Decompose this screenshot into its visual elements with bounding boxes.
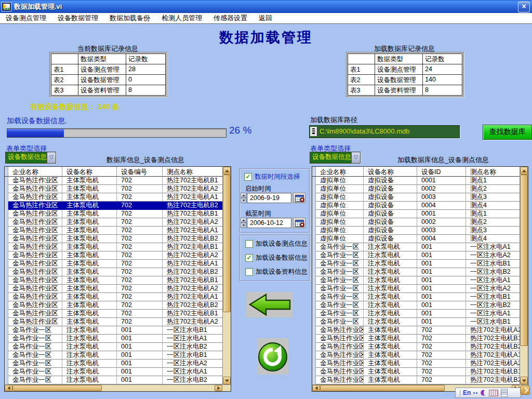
refresh-button[interactable] (257, 338, 288, 375)
table-row[interactable]: 虚拟单位虚拟设备0003测点3 (312, 193, 528, 202)
load-docs-checkbox[interactable]: ✓ (245, 268, 253, 276)
scroll-left-button[interactable] (5, 385, 12, 391)
start-date-picker-button[interactable] (293, 193, 305, 203)
table-row[interactable]: 金马热注作业区主体泵电机702热注702主电机B1 (5, 276, 231, 285)
table-row[interactable]: 虚拟单位虚拟设备0002测点2 (312, 218, 528, 227)
table-row[interactable]: 金马热注作业区主体泵电机702热注702主电机A2 (5, 251, 231, 260)
menu-item-2[interactable]: 数据加载备份 (104, 13, 156, 23)
table-row[interactable]: 金马热注作业区主体泵电机702热注702主电机B1 (312, 335, 528, 343)
column-header[interactable]: 测点名称 (466, 167, 520, 176)
scroll-up-button[interactable] (223, 167, 231, 175)
table-row[interactable]: 虚拟单位虚拟设备0001测点1 (312, 177, 528, 185)
menu-item-1[interactable]: 设备数据管理 (52, 13, 104, 23)
table-row[interactable]: 金马作业一区注水泵电机001一区注水电B2 (312, 268, 528, 276)
table-row[interactable]: 金马热注作业区主体泵电机702热注702主电机B2 (5, 301, 231, 310)
table-row[interactable]: 金马热注作业区主体泵电机702热注702主电机B1 (312, 368, 528, 376)
time-range-checkbox[interactable]: ✓ (244, 173, 252, 181)
scroll-thumb[interactable] (320, 385, 445, 391)
table-row[interactable]: 金马作业一区注水泵电机001一区注水电B2 (5, 376, 231, 384)
column-header[interactable]: 设备ID (417, 167, 466, 176)
table-row[interactable]: 金马热注作业区主体泵电机702热注702主电机A2 (312, 360, 528, 368)
table-row[interactable]: 虚拟单位虚拟设备0004测点4 (312, 202, 528, 210)
column-header[interactable]: 设备编号 (117, 167, 163, 176)
table-row[interactable]: 金马作业一区注水泵电机001一区注水电A1 (5, 368, 231, 376)
scroll-thumb[interactable] (12, 385, 102, 391)
table-row[interactable]: 金马作业一区注水泵电机001一区注水电A2 (5, 360, 231, 368)
table-row[interactable]: 金马作业一区注水泵电机001一区注水电B1 (312, 260, 528, 268)
menu-list-icon[interactable] (501, 389, 508, 397)
table-row[interactable]: 金马热注作业区主体泵电机702热注702主电机A2 (5, 285, 231, 293)
table-row[interactable]: 金马作业一区注水泵电机001一区注水电A1 (312, 276, 528, 285)
end-date-picker-button[interactable] (293, 218, 305, 228)
table-row[interactable]: 金马热注作业区主体泵电机702热注702主电机B1 (5, 310, 231, 318)
column-header[interactable]: 企业名称 (8, 167, 62, 176)
langbar-expand-button[interactable] (520, 385, 530, 395)
table-row[interactable]: 虚拟单位虚拟设备0003测点3 (312, 227, 528, 235)
right-form-type-dropdown[interactable]: 设备数据信息 ▽ (310, 152, 361, 164)
scroll-down-button[interactable] (223, 377, 231, 384)
menu-item-4[interactable]: 传感器设置 (208, 13, 253, 23)
table-row[interactable]: 金马热注作业区主体泵电机702热注702主电机B1 (5, 210, 231, 218)
column-header[interactable]: 设备名称 (62, 167, 117, 176)
close-button[interactable]: × (518, 2, 530, 12)
table-row[interactable]: 金马作业一区注水泵电机001一区注水电B1 (5, 351, 231, 360)
table-row[interactable]: 金马热注作业区主体泵电机702热注702主电机A2 (5, 318, 231, 326)
scroll-thumb[interactable] (520, 175, 528, 346)
menu-item-3[interactable]: 检测人员管理 (156, 13, 208, 23)
table-row[interactable]: 金马热注作业区主体泵电机702热注702主电机A1 (5, 260, 231, 268)
table-row[interactable]: 金马热注作业区主体泵电机702热注702主电机A1 (5, 193, 231, 202)
left-form-type-dropdown[interactable]: 设备数据信息 ▽ (5, 152, 56, 164)
table-row[interactable]: 金马热注作业区主体泵电机702热注702主电机A2 (312, 326, 528, 335)
options-dots-icon[interactable] (473, 392, 477, 394)
path-browse-icon[interactable] (310, 127, 317, 136)
table-row[interactable]: 金马热注作业区主体泵电机702热注702主电机B2 (5, 268, 231, 276)
menu-item-5[interactable]: 返回 (253, 13, 278, 23)
scroll-left-button[interactable] (312, 385, 320, 391)
table-row[interactable]: 虚拟单位虚拟设备0004测点4 (312, 235, 528, 243)
table-row[interactable]: 金马热注作业区主体泵电机702热注702主电机A2 (5, 218, 231, 227)
end-time-field[interactable] (247, 218, 291, 228)
drag-grip-icon[interactable] (458, 390, 460, 396)
table-row[interactable]: 金马作业一区注水泵电机001一区注水电B2 (312, 301, 528, 310)
column-header[interactable]: 设备名称 (364, 167, 417, 176)
scroll-thumb[interactable] (223, 175, 231, 312)
table-row[interactable]: 金马作业一区注水泵电机001一区注水电A1 (312, 243, 528, 251)
start-time-field[interactable] (247, 193, 291, 203)
language-bar[interactable]: En (455, 388, 521, 398)
left-dropdown-arrow-icon[interactable]: ▽ (47, 152, 56, 163)
end-time-stepper[interactable] (241, 218, 246, 228)
start-time-stepper[interactable] (241, 193, 246, 203)
table-row[interactable]: 金马作业一区注水泵电机001一区注水电A2 (312, 285, 528, 293)
table-row[interactable]: 金马作业一区注水泵电机001一区注水电B1 (312, 318, 528, 326)
table-row[interactable]: 金马作业一区注水泵电机001一区注水电B1 (5, 326, 231, 335)
table-row[interactable]: 金马热注作业区主体泵电机702热注702主电机A1 (312, 351, 528, 360)
load-data-checkbox-row[interactable]: ✓ 加载设备数据信息 (245, 254, 308, 262)
vertical-scrollbar[interactable] (520, 167, 528, 384)
time-range-checkbox-row[interactable]: ✓ 数据时间段选择 (244, 172, 300, 181)
scroll-up-button[interactable] (520, 167, 528, 175)
scroll-down-button[interactable] (520, 377, 528, 384)
table-row[interactable]: 金马作业一区注水泵电机001一区注水电A1 (312, 310, 528, 318)
horizontal-scrollbar[interactable] (5, 384, 231, 391)
load-left-arrow-button[interactable] (246, 292, 293, 317)
table-row[interactable]: 金马热注作业区主体泵电机702热注702主电机A1 (5, 227, 231, 235)
table-row[interactable]: 金马热注作业区主体泵电机702热注702主电机B2 (312, 376, 528, 384)
vertical-scrollbar[interactable] (222, 167, 231, 384)
db-path-field[interactable]: C:\lm8900\data3\LC8000.mdb (309, 125, 460, 138)
language-indicator[interactable]: En (463, 389, 471, 396)
table-row[interactable]: 金马热注作业区主体泵电机702热注702主电机A2 (5, 185, 231, 193)
table-row[interactable]: 金马作业一区注水泵电机001一区注水电A2 (312, 251, 528, 260)
load-points-checkbox-row[interactable]: ✓ 加载设备测点信息 (245, 240, 308, 248)
column-header[interactable]: 测点名称 (163, 167, 223, 176)
menu-item-0[interactable]: 设备测点管理 (0, 13, 52, 23)
table-row[interactable]: 金马热注作业区主体泵电机702热注702主电机B2 (5, 235, 231, 243)
table-row[interactable]: 金马作业一区注水泵电机001一区注水电B2 (5, 343, 231, 351)
load-points-checkbox[interactable]: ✓ (245, 240, 253, 248)
scroll-right-button[interactable] (215, 385, 222, 391)
table-row[interactable]: 虚拟单位虚拟设备0001测点1 (312, 210, 528, 218)
load-data-checkbox[interactable]: ✓ (245, 254, 253, 262)
search-database-button[interactable]: 查找数据库 (483, 125, 532, 140)
table-row[interactable]: 虚拟单位虚拟设备0002测点2 (312, 185, 528, 193)
table-row[interactable]: 金马热注作业区主体泵电机702热注702主电机A1 (5, 293, 231, 301)
ime-moon-icon[interactable] (480, 390, 486, 396)
